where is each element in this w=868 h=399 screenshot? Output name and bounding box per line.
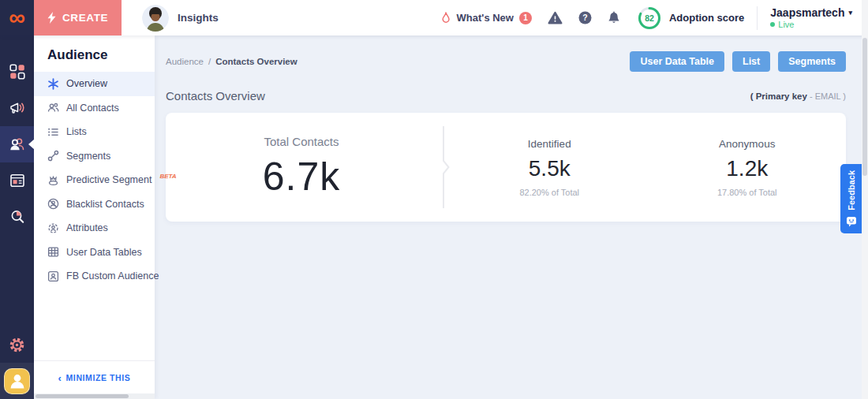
primary-key-muted: - EMAIL )	[810, 91, 846, 101]
adoption-score-ring-icon: 82	[638, 6, 661, 30]
warning-triangle-icon	[548, 11, 563, 24]
sidebar-item-lists[interactable]: Lists	[34, 120, 155, 144]
data-table-icon	[47, 246, 59, 258]
account-name: Jaapsmartech	[770, 6, 844, 19]
whats-new-button[interactable]: What's New 1	[440, 12, 532, 24]
predictive-crown-icon	[47, 174, 59, 186]
search-analytics-icon	[9, 209, 25, 225]
insights-label[interactable]: Insights	[178, 12, 219, 24]
sidebar-item-label: Overview	[66, 78, 107, 89]
user-data-table-button[interactable]: User Data Table	[630, 51, 724, 72]
megaphone-icon	[9, 100, 25, 116]
sidebar-item-fb-custom-audience[interactable]: FB Custom Audience	[34, 264, 155, 289]
create-button[interactable]: CREATE	[34, 0, 122, 35]
list-icon	[47, 126, 59, 138]
horizontal-scrollbar[interactable]	[34, 393, 155, 399]
total-contacts-label: Total Contacts	[264, 135, 339, 148]
attributes-gear-person-icon	[47, 222, 59, 234]
svg-text:?: ?	[582, 13, 587, 22]
sidebar-item-user-data-tables[interactable]: User Data Tables	[34, 241, 155, 265]
create-button-label: CREATE	[62, 12, 108, 24]
help-button[interactable]: ?	[578, 11, 592, 24]
list-button[interactable]: List	[732, 51, 770, 72]
audience-people-icon	[9, 136, 25, 152]
rail-item-audience[interactable]	[0, 126, 34, 162]
sidebar-item-label: Segments	[66, 151, 110, 162]
rail-item-settings[interactable]	[0, 326, 34, 363]
minimize-sidebar-button[interactable]: ‹MINIMIZE THIS	[34, 360, 155, 393]
anonymous-block: Anonymous 1.2k 17.80% of Total	[649, 113, 847, 222]
breadcrumb: Audience / Contacts Overview	[166, 57, 297, 66]
sidebar-item-label: All Contacts	[66, 103, 119, 114]
user-avatar[interactable]	[142, 5, 169, 32]
rail-item-content[interactable]	[0, 162, 34, 199]
sidebar-item-label: Predictive Segment	[66, 174, 152, 185]
sidebar-item-label: Lists	[66, 126, 87, 137]
whats-new-badge: 1	[519, 12, 532, 24]
primary-key-label: ( Primary key - EMAIL )	[750, 91, 846, 101]
breadcrumb-section[interactable]: Audience	[166, 57, 204, 66]
chat-bubble-icon	[846, 216, 857, 227]
identified-block: Identified 5.5k 82.20% of Total	[451, 113, 649, 222]
fb-audience-icon	[47, 270, 59, 282]
adoption-score-widget[interactable]: 82 Adoption score	[638, 6, 744, 30]
identified-value: 5.5k	[529, 156, 571, 181]
bell-icon	[608, 11, 620, 24]
segments-button[interactable]: Segments	[778, 51, 846, 72]
anonymous-percent: 17.80% of Total	[717, 188, 777, 197]
sidebar-item-attributes[interactable]: Attributes	[34, 216, 155, 241]
rail-item-campaigns[interactable]	[0, 90, 34, 126]
vertical-scrollbar[interactable]	[862, 0, 868, 399]
feedback-tab[interactable]: Feedback	[840, 164, 862, 233]
beta-badge: BETA	[159, 173, 176, 180]
adoption-score-label: Adoption score	[669, 12, 744, 24]
content-page-icon	[9, 173, 25, 188]
gear-icon	[9, 337, 25, 353]
left-icon-rail	[0, 35, 34, 399]
sidebar-item-all-contacts[interactable]: All Contacts	[34, 96, 155, 121]
lightning-bolt-icon	[47, 12, 56, 24]
vertical-scrollbar-thumb[interactable]	[862, 38, 867, 176]
sidebar-item-label: Blacklist Contacts	[66, 199, 144, 210]
total-contacts-block: Total Contacts 6.7k	[166, 113, 437, 222]
sidebar-title: Audience	[34, 35, 155, 72]
app-logo-infinity[interactable]: ∞	[0, 0, 34, 35]
divider-chevron-icon	[437, 126, 451, 208]
live-status-badge: Live	[770, 20, 852, 29]
sidebar-item-overview[interactable]: Overview	[34, 72, 155, 96]
flame-icon	[440, 12, 451, 24]
breadcrumb-current: Contacts Overview	[215, 57, 297, 66]
asterisk-overview-icon	[47, 78, 59, 90]
page-title: Contacts Overview	[166, 89, 265, 103]
infinity-icon: ∞	[9, 6, 25, 29]
total-contacts-value: 6.7k	[263, 154, 341, 200]
identified-percent: 82.20% of Total	[519, 188, 579, 197]
header-actions: User Data Table List Segments	[630, 51, 846, 72]
horizontal-scrollbar-thumb[interactable]	[36, 394, 129, 398]
blacklist-person-icon	[47, 198, 59, 210]
sidebar-item-segments[interactable]: Segments	[34, 144, 155, 169]
sidebar-item-label: Attributes	[66, 222, 108, 233]
segments-link-icon	[47, 150, 59, 162]
adoption-score-value: 82	[645, 13, 654, 22]
rail-item-dashboard[interactable]	[0, 54, 34, 90]
sidebar-item-blacklist-contacts[interactable]: Blacklist Contacts	[34, 192, 155, 217]
main-content: Audience / Contacts Overview User Data T…	[155, 35, 868, 399]
notifications-button[interactable]	[608, 11, 620, 24]
identified-label: Identified	[528, 138, 571, 150]
sidebar-item-predictive-segment[interactable]: Predictive Segment BETA	[34, 168, 155, 192]
card-divider	[437, 113, 451, 222]
topbar-divider	[757, 6, 758, 30]
profile-avatar-button[interactable]	[4, 368, 30, 394]
sidebar-item-label: User Data Tables	[66, 247, 142, 258]
avatar-illustration-icon	[142, 5, 169, 32]
sidebar-item-label: FB Custom Audience	[66, 270, 159, 282]
alerts-warning-button[interactable]	[548, 11, 563, 24]
top-bar: ∞ CREATE Insights What's New 1	[0, 0, 868, 35]
rail-spacer	[0, 235, 34, 326]
rail-item-analytics[interactable]	[0, 199, 34, 235]
feedback-label: Feedback	[847, 170, 856, 211]
breadcrumb-separator: /	[208, 57, 211, 66]
chevron-down-icon: ▾	[848, 9, 852, 17]
account-menu[interactable]: Jaapsmartech ▾ Live	[770, 6, 852, 29]
